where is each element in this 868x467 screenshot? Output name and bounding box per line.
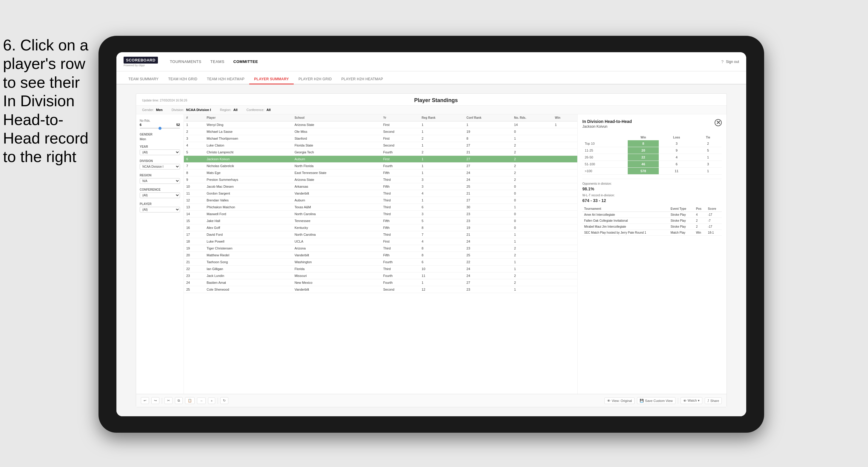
wlt-label: W-L-T record in-division: xyxy=(582,194,722,197)
save-custom-label: Save Custom View xyxy=(645,399,673,403)
player-table: # Player School Yr Reg Rank Conf Rank No… xyxy=(184,114,577,293)
table-row[interactable]: 15Jake HallTennesseeFifth5230 xyxy=(184,218,577,224)
table-row[interactable]: 2Michael La SasseOle MissSecond1190 xyxy=(184,128,577,135)
watch-label: Watch ▾ xyxy=(688,399,700,403)
rds-slider[interactable] xyxy=(140,128,180,129)
table-row[interactable]: 3Michael ThorbjornsenStanfordFirst281 xyxy=(184,135,577,142)
table-row[interactable]: 18Luke PowellUCLAFirst4241 xyxy=(184,238,577,245)
tcol-score: Score xyxy=(706,206,722,212)
conference-select[interactable]: (All) xyxy=(140,192,180,198)
table-row[interactable]: 7Nicholas GabrelcikNorth FloridaFourth12… xyxy=(184,163,577,169)
tab-player-h2h-heatmap[interactable]: PLAYER H2H HEATMAP xyxy=(337,74,388,85)
col-win: Win xyxy=(553,114,577,121)
table-row[interactable]: 17David FordNorth CarolinaThird7211 xyxy=(184,231,577,238)
tcol-type: Event Type xyxy=(669,206,694,212)
table-row[interactable]: 1Wenyi DingArizona StateFirst11141 xyxy=(184,121,577,128)
share-button[interactable]: ⤴ Share xyxy=(705,398,722,404)
conference-filter: Conference: All xyxy=(247,108,271,112)
redo-button[interactable]: ↪ xyxy=(151,397,159,404)
update-time: 27/03/2024 16:56:26 xyxy=(160,99,187,102)
plus-button[interactable]: + xyxy=(208,398,215,404)
h2h-table: Win Loss Tie Top 1083211-25209526-502241… xyxy=(582,134,722,175)
sign-out-button[interactable]: Sign out xyxy=(726,60,739,64)
watch-button[interactable]: 👁 Watch ▾ xyxy=(681,397,702,404)
toolbar-divider-3 xyxy=(678,398,678,404)
nav-committee[interactable]: COMMITTEE xyxy=(234,58,258,65)
col-school: School xyxy=(292,114,381,121)
col-yr: Yr xyxy=(381,114,420,121)
content-area: Update time: 27/03/2024 16:56:26 Player … xyxy=(116,85,746,416)
table-row[interactable]: 4Luke ClatonFlorida StateSecond1272 xyxy=(184,142,577,149)
table-row[interactable]: 22Ian GilliganFloridaThird10241 xyxy=(184,266,577,273)
toolbar-divider-2 xyxy=(218,398,218,404)
tab-team-h2h-heatmap[interactable]: TEAM H2H HEATMAP xyxy=(202,74,249,85)
table-row[interactable]: 25Cole SherwoodVanderbiltSecond12231 xyxy=(184,286,577,293)
table-row[interactable]: 12Brendan VallesAuburnThird1270 xyxy=(184,197,577,204)
col-rank: # xyxy=(184,114,204,121)
table-row[interactable]: 13Phichaksn MaichonTexas A&MThird6301 xyxy=(184,204,577,211)
nav-tournaments[interactable]: TOURNAMENTS xyxy=(170,58,202,65)
share-label: Share xyxy=(710,399,719,403)
division-select[interactable]: NCAA Division I xyxy=(140,164,180,169)
save-custom-button[interactable]: 💾 Save Custom View xyxy=(637,397,676,404)
help-icon[interactable]: ? xyxy=(721,59,723,64)
table-row[interactable]: 10Jacob Mac DiesenArkansasFifth3250 xyxy=(184,183,577,190)
player-select[interactable]: (All) xyxy=(140,207,180,213)
tab-player-summary[interactable]: PLAYER SUMMARY xyxy=(249,74,294,85)
h2h-player: Jackson Koivun xyxy=(582,124,715,129)
copy-button[interactable]: ⧉ xyxy=(175,397,183,404)
tab-player-h2h-grid[interactable]: PLAYER H2H GRID xyxy=(294,74,337,85)
table-row[interactable]: 16Alex GoffKentuckyFifth8190 xyxy=(184,224,577,231)
col-conf-rank: Conf Rank xyxy=(464,114,512,121)
table-row[interactable]: 6Jackson KoivunAuburnFirst1272 xyxy=(184,156,577,163)
panel-title: Player Standings xyxy=(187,97,685,103)
nav-teams[interactable]: TEAMS xyxy=(211,58,224,65)
division-filter: Division: NCAA Division I xyxy=(172,108,211,112)
year-select[interactable]: (All) xyxy=(140,150,180,155)
nav-bar: SCOREBOARD Powered by clippi TOURNAMENTS… xyxy=(116,52,746,71)
region-select[interactable]: N/A xyxy=(140,178,180,184)
main-panel: Update time: 27/03/2024 16:56:26 Player … xyxy=(136,93,727,407)
h2h-col-range xyxy=(582,134,628,140)
table-row[interactable]: 11Gordon SargentVanderbiltThird4210 xyxy=(184,190,577,197)
table-row[interactable]: 5Christo LamprechtGeorgia TechFourth2212 xyxy=(184,149,577,156)
tournament-row: SEC Match Play hosted by Jerry Pate Roun… xyxy=(582,230,722,236)
h2h-stats-section: Opponents in division: 98.1% W-L-T recor… xyxy=(582,179,722,203)
filter-sidebar: No Rds. 6 52 G xyxy=(136,114,184,394)
h2h-close-button[interactable]: ✕ xyxy=(715,119,722,126)
table-row[interactable]: 8Mats EgeEast Tennessee StateFifth1242 xyxy=(184,169,577,176)
tournament-row: Amer Ari IntercollegiateStroke Play4-17 xyxy=(582,212,722,218)
table-row[interactable]: 23Jack LundinMissouriFourth11242 xyxy=(184,273,577,279)
scissors-button[interactable]: ✂ xyxy=(164,397,173,404)
table-row[interactable]: 24Bastien AmatNew MexicoFourth1272 xyxy=(184,279,577,286)
h2h-col-loss: Loss xyxy=(659,134,694,140)
table-row[interactable]: 21Taehoon SongWashingtonFourth6221 xyxy=(184,259,577,266)
col-no-rds: No. Rds. xyxy=(512,114,553,121)
update-label: Update time: xyxy=(142,99,159,102)
logo-sub: Powered by clippi xyxy=(124,64,158,67)
conference-sidebar-filter: Conference (All) xyxy=(140,188,180,198)
h2h-title: In Division Head-to-Head xyxy=(582,119,715,124)
table-header-row: # Player School Yr Reg Rank Conf Rank No… xyxy=(184,114,577,121)
main-nav: TOURNAMENTS TEAMS COMMITTEE xyxy=(170,58,721,65)
tab-team-summary[interactable]: TEAM SUMMARY xyxy=(124,74,163,85)
undo-button[interactable]: ↩ xyxy=(141,397,149,404)
table-row[interactable]: 14Maxwell FordNorth CarolinaThird3230 xyxy=(184,211,577,218)
region-filter: Region: All xyxy=(220,108,238,112)
arrow-button[interactable]: → xyxy=(197,398,206,404)
paste-button[interactable]: 📋 xyxy=(185,397,195,404)
division-sidebar-filter: Division NCAA Division I xyxy=(140,159,180,169)
table-row[interactable]: 20Matthew RiedelVanderbiltFifth8252 xyxy=(184,252,577,259)
h2h-table-row: >100578111 xyxy=(582,168,722,175)
tournament-table: Tournament Event Type Pos Score Amer Ari… xyxy=(582,206,722,236)
tab-team-h2h-grid[interactable]: TEAM H2H GRID xyxy=(163,74,202,85)
gender-filter-value: Men xyxy=(140,137,180,141)
panel-body: No Rds. 6 52 G xyxy=(136,114,726,394)
table-row[interactable]: 19Tiger ChristensenArizonaThird8232 xyxy=(184,245,577,252)
view-original-button[interactable]: 👁 View: Original xyxy=(604,398,634,404)
opponents-value: 98.1% xyxy=(582,187,722,191)
refresh-button[interactable]: ↻ xyxy=(220,397,228,404)
sub-nav: TEAM SUMMARY TEAM H2H GRID TEAM H2H HEAT… xyxy=(116,71,746,85)
table-row[interactable]: 9Preston SummerhaysArizona StateThird324… xyxy=(184,176,577,183)
year-filter-label: Year xyxy=(140,145,180,148)
